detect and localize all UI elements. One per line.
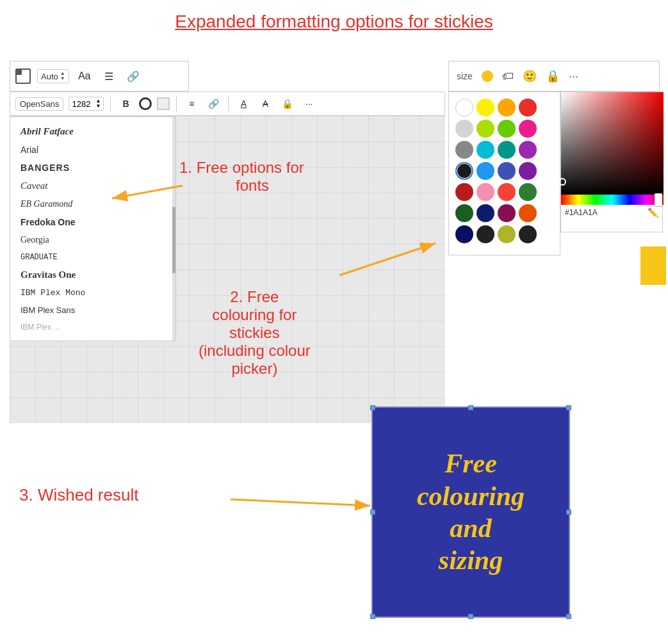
fill-button[interactable]	[157, 97, 170, 110]
swatch-black[interactable]	[455, 162, 473, 180]
color-hex-value[interactable]: #1A1A1A	[565, 208, 644, 217]
gradient-main[interactable]	[561, 92, 664, 195]
swatch-cyan[interactable]	[477, 141, 494, 159]
swatch-nearblack[interactable]	[519, 225, 537, 243]
swatch-yellow[interactable]	[477, 99, 494, 117]
swatch-lightpink[interactable]	[477, 183, 494, 201]
yellow-sticky-preview	[640, 246, 666, 285]
swatch-empty-2	[540, 120, 558, 138]
color-grid	[455, 99, 553, 243]
swatch-darknavy[interactable]	[455, 225, 473, 243]
swatch-white[interactable]	[455, 99, 473, 117]
font-item-ibmsans[interactable]: IBM Plex Sans	[10, 302, 175, 319]
hue-handle[interactable]	[655, 193, 662, 206]
color-hex-row: #1A1A1A ✏️	[561, 205, 662, 220]
wished-label: 3. Wished result	[19, 485, 138, 505]
swatch-empty-3	[540, 141, 558, 159]
handle-tm[interactable]	[468, 405, 473, 410]
swatch-indigo[interactable]	[498, 162, 516, 180]
swatch-burnt[interactable]	[519, 204, 537, 222]
handle-bl[interactable]	[370, 614, 375, 619]
handle-ml[interactable]	[370, 510, 375, 515]
page-title: Expanded formatting options for stickies	[0, 0, 668, 38]
swatch-empty-7	[540, 225, 558, 243]
gradient-handle[interactable]	[558, 178, 566, 186]
swatch-blue[interactable]	[477, 162, 494, 180]
swatch-red[interactable]	[519, 99, 537, 117]
auto-select[interactable]: Auto ▲▼	[37, 69, 69, 83]
font-dropdown: Abril Fatface Arial BANGERS Caveat EB Ga…	[10, 117, 176, 341]
lock-button[interactable]: 🔒	[279, 95, 295, 112]
font-item-georgia[interactable]: Georgia	[10, 231, 175, 249]
swatch-maroon[interactable]	[498, 204, 516, 222]
font-item-caveat[interactable]: Caveat	[10, 177, 175, 195]
strikethrough-button[interactable]: A	[257, 95, 273, 112]
divider-2	[176, 96, 177, 111]
swatch-red2[interactable]	[498, 183, 516, 201]
handle-br[interactable]	[566, 614, 571, 619]
gradient-picker[interactable]: #1A1A1A ✏️	[560, 92, 663, 232]
link2-button[interactable]: 🔗	[205, 95, 222, 112]
swatch-forest[interactable]	[455, 204, 473, 222]
divider-1	[110, 96, 111, 111]
underline-button[interactable]: A	[235, 95, 252, 112]
swatch-green2[interactable]	[498, 120, 516, 138]
font-item-more[interactable]: IBM Plex ...	[10, 319, 175, 335]
handle-tl[interactable]	[370, 405, 375, 410]
swatch-teal[interactable]	[498, 141, 516, 159]
link-button[interactable]: 🔗	[124, 67, 142, 85]
swatch-purple[interactable]	[519, 141, 537, 159]
list-format-button[interactable]: ☰	[100, 67, 118, 85]
bold-button[interactable]: B	[117, 95, 134, 112]
handle-mr[interactable]	[566, 510, 571, 515]
size-color-dot[interactable]	[482, 70, 493, 82]
swatch-darkgreen[interactable]	[519, 183, 537, 201]
font-size-input[interactable]: 1282 ▲▼	[69, 97, 104, 111]
scrollbar-thumb[interactable]	[172, 207, 175, 274]
font-item-gravitas[interactable]: Gravitas One	[10, 266, 175, 284]
swatch-pink[interactable]	[519, 120, 537, 138]
font-item-bangers[interactable]: BANGERS	[10, 159, 175, 177]
swatch-gray[interactable]	[455, 141, 473, 159]
circle-button[interactable]	[139, 97, 152, 110]
swatch-lightgray[interactable]	[455, 120, 473, 138]
more-button[interactable]: ···	[300, 95, 317, 112]
color-panel	[448, 92, 560, 255]
emoji-icon[interactable]: 🙂	[523, 69, 537, 83]
aa-button[interactable]: Aa	[76, 67, 94, 85]
sticky-result[interactable]: Freecolouringandsizing	[371, 407, 570, 618]
tag-icon[interactable]: 🏷	[502, 70, 514, 83]
font-item-fredoka[interactable]: Fredoka One	[10, 213, 175, 231]
divider-3	[228, 96, 229, 111]
top-toolbar: Auto ▲▼ Aa ☰ 🔗	[10, 61, 189, 92]
align-button[interactable]: ≡	[183, 95, 200, 112]
auto-arrows: ▲▼	[60, 71, 65, 81]
sticky-note-icon[interactable]	[15, 68, 31, 84]
handle-bm[interactable]	[468, 614, 473, 619]
swatch-empty-5	[540, 183, 558, 201]
scrollbar[interactable]	[172, 117, 175, 341]
font-item-abril[interactable]: Abril Fatface	[10, 122, 175, 141]
font-item-arial[interactable]: Arial	[10, 141, 175, 159]
swatch-violet[interactable]	[519, 162, 537, 180]
font-item-graduate[interactable]: GRADUATE	[10, 249, 175, 266]
swatch-charcoal[interactable]	[477, 225, 494, 243]
annotation-1: 1. Free options for fonts	[179, 159, 304, 195]
secondary-toolbar: OpenSans 1282 ▲▼ B ≡ 🔗 A A 🔒 ···	[10, 92, 445, 116]
swatch-olive[interactable]	[498, 225, 516, 243]
auto-label: Auto	[41, 72, 58, 81]
hue-slider[interactable]	[561, 195, 664, 205]
more-icon[interactable]: ···	[569, 70, 578, 83]
handle-tr[interactable]	[566, 405, 571, 410]
swatch-navy[interactable]	[477, 204, 494, 222]
font-selector[interactable]: OpenSans	[15, 97, 63, 111]
sticky-result-text: Freecolouringandsizing	[417, 447, 525, 577]
swatch-darkred[interactable]	[455, 183, 473, 201]
swatch-lime[interactable]	[477, 120, 494, 138]
eyedropper-icon[interactable]: ✏️	[648, 207, 658, 218]
font-item-ibmmono[interactable]: IBM Plex Mono	[10, 284, 175, 302]
font-item-ebgaramond[interactable]: EB Garamond	[10, 195, 175, 213]
svg-line-3	[231, 499, 370, 506]
lock-icon[interactable]: 🔒	[546, 69, 560, 83]
swatch-orange[interactable]	[498, 99, 516, 117]
